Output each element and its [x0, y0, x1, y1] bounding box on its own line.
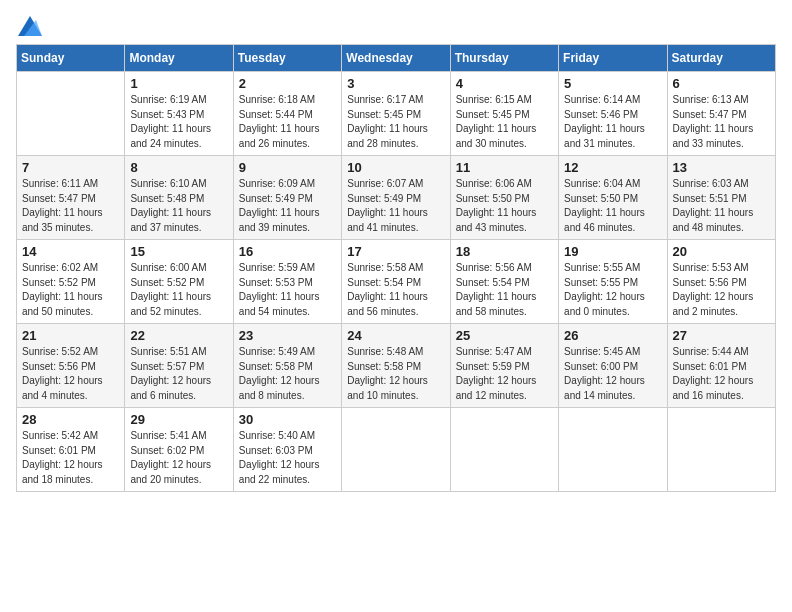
day-info: Sunrise: 5:52 AMSunset: 5:56 PMDaylight:…: [22, 345, 119, 403]
calendar-cell: 4Sunrise: 6:15 AMSunset: 5:45 PMDaylight…: [450, 72, 558, 156]
day-number: 22: [130, 328, 227, 343]
day-info: Sunrise: 6:09 AMSunset: 5:49 PMDaylight:…: [239, 177, 336, 235]
day-number: 1: [130, 76, 227, 91]
day-info: Sunrise: 6:07 AMSunset: 5:49 PMDaylight:…: [347, 177, 444, 235]
calendar-cell: 9Sunrise: 6:09 AMSunset: 5:49 PMDaylight…: [233, 156, 341, 240]
day-info: Sunrise: 5:53 AMSunset: 5:56 PMDaylight:…: [673, 261, 770, 319]
calendar-cell: 24Sunrise: 5:48 AMSunset: 5:58 PMDayligh…: [342, 324, 450, 408]
day-info: Sunrise: 6:10 AMSunset: 5:48 PMDaylight:…: [130, 177, 227, 235]
day-info: Sunrise: 6:00 AMSunset: 5:52 PMDaylight:…: [130, 261, 227, 319]
day-number: 30: [239, 412, 336, 427]
day-info: Sunrise: 5:47 AMSunset: 5:59 PMDaylight:…: [456, 345, 553, 403]
calendar-cell: 25Sunrise: 5:47 AMSunset: 5:59 PMDayligh…: [450, 324, 558, 408]
day-of-week-header: Tuesday: [233, 45, 341, 72]
calendar-cell: 18Sunrise: 5:56 AMSunset: 5:54 PMDayligh…: [450, 240, 558, 324]
day-number: 14: [22, 244, 119, 259]
day-number: 17: [347, 244, 444, 259]
calendar-table: SundayMondayTuesdayWednesdayThursdayFrid…: [16, 44, 776, 492]
calendar-cell: [342, 408, 450, 492]
day-info: Sunrise: 5:42 AMSunset: 6:01 PMDaylight:…: [22, 429, 119, 487]
day-info: Sunrise: 5:48 AMSunset: 5:58 PMDaylight:…: [347, 345, 444, 403]
day-info: Sunrise: 5:51 AMSunset: 5:57 PMDaylight:…: [130, 345, 227, 403]
day-info: Sunrise: 6:19 AMSunset: 5:43 PMDaylight:…: [130, 93, 227, 151]
calendar-cell: 16Sunrise: 5:59 AMSunset: 5:53 PMDayligh…: [233, 240, 341, 324]
page-header: [16, 16, 776, 36]
day-info: Sunrise: 5:56 AMSunset: 5:54 PMDaylight:…: [456, 261, 553, 319]
day-number: 2: [239, 76, 336, 91]
calendar-cell: 12Sunrise: 6:04 AMSunset: 5:50 PMDayligh…: [559, 156, 667, 240]
calendar-week-row: 14Sunrise: 6:02 AMSunset: 5:52 PMDayligh…: [17, 240, 776, 324]
day-info: Sunrise: 5:59 AMSunset: 5:53 PMDaylight:…: [239, 261, 336, 319]
day-info: Sunrise: 6:17 AMSunset: 5:45 PMDaylight:…: [347, 93, 444, 151]
day-of-week-header: Wednesday: [342, 45, 450, 72]
calendar-cell: 15Sunrise: 6:00 AMSunset: 5:52 PMDayligh…: [125, 240, 233, 324]
calendar-cell: [559, 408, 667, 492]
calendar-cell: [667, 408, 775, 492]
calendar-cell: 20Sunrise: 5:53 AMSunset: 5:56 PMDayligh…: [667, 240, 775, 324]
calendar-cell: 19Sunrise: 5:55 AMSunset: 5:55 PMDayligh…: [559, 240, 667, 324]
day-info: Sunrise: 5:49 AMSunset: 5:58 PMDaylight:…: [239, 345, 336, 403]
day-number: 28: [22, 412, 119, 427]
day-info: Sunrise: 6:06 AMSunset: 5:50 PMDaylight:…: [456, 177, 553, 235]
calendar-cell: 23Sunrise: 5:49 AMSunset: 5:58 PMDayligh…: [233, 324, 341, 408]
calendar-cell: 26Sunrise: 5:45 AMSunset: 6:00 PMDayligh…: [559, 324, 667, 408]
day-number: 15: [130, 244, 227, 259]
day-number: 21: [22, 328, 119, 343]
day-info: Sunrise: 6:02 AMSunset: 5:52 PMDaylight:…: [22, 261, 119, 319]
calendar-cell: 6Sunrise: 6:13 AMSunset: 5:47 PMDaylight…: [667, 72, 775, 156]
calendar-week-row: 1Sunrise: 6:19 AMSunset: 5:43 PMDaylight…: [17, 72, 776, 156]
logo-icon: [18, 16, 42, 36]
calendar-header-row: SundayMondayTuesdayWednesdayThursdayFrid…: [17, 45, 776, 72]
day-number: 5: [564, 76, 661, 91]
calendar-cell: 11Sunrise: 6:06 AMSunset: 5:50 PMDayligh…: [450, 156, 558, 240]
day-of-week-header: Friday: [559, 45, 667, 72]
day-number: 25: [456, 328, 553, 343]
calendar-cell: 5Sunrise: 6:14 AMSunset: 5:46 PMDaylight…: [559, 72, 667, 156]
calendar-cell: 30Sunrise: 5:40 AMSunset: 6:03 PMDayligh…: [233, 408, 341, 492]
day-number: 18: [456, 244, 553, 259]
day-number: 24: [347, 328, 444, 343]
calendar-cell: 2Sunrise: 6:18 AMSunset: 5:44 PMDaylight…: [233, 72, 341, 156]
day-number: 8: [130, 160, 227, 175]
calendar-cell: 22Sunrise: 5:51 AMSunset: 5:57 PMDayligh…: [125, 324, 233, 408]
day-of-week-header: Sunday: [17, 45, 125, 72]
day-info: Sunrise: 5:41 AMSunset: 6:02 PMDaylight:…: [130, 429, 227, 487]
day-number: 4: [456, 76, 553, 91]
calendar-cell: [17, 72, 125, 156]
day-number: 29: [130, 412, 227, 427]
calendar-cell: 14Sunrise: 6:02 AMSunset: 5:52 PMDayligh…: [17, 240, 125, 324]
calendar-cell: 8Sunrise: 6:10 AMSunset: 5:48 PMDaylight…: [125, 156, 233, 240]
day-info: Sunrise: 5:44 AMSunset: 6:01 PMDaylight:…: [673, 345, 770, 403]
calendar-cell: 10Sunrise: 6:07 AMSunset: 5:49 PMDayligh…: [342, 156, 450, 240]
day-number: 12: [564, 160, 661, 175]
day-info: Sunrise: 6:15 AMSunset: 5:45 PMDaylight:…: [456, 93, 553, 151]
calendar-cell: 27Sunrise: 5:44 AMSunset: 6:01 PMDayligh…: [667, 324, 775, 408]
day-of-week-header: Monday: [125, 45, 233, 72]
day-info: Sunrise: 5:55 AMSunset: 5:55 PMDaylight:…: [564, 261, 661, 319]
calendar-cell: [450, 408, 558, 492]
day-number: 26: [564, 328, 661, 343]
day-info: Sunrise: 6:14 AMSunset: 5:46 PMDaylight:…: [564, 93, 661, 151]
calendar-week-row: 7Sunrise: 6:11 AMSunset: 5:47 PMDaylight…: [17, 156, 776, 240]
calendar-cell: 13Sunrise: 6:03 AMSunset: 5:51 PMDayligh…: [667, 156, 775, 240]
logo: [16, 16, 42, 36]
day-info: Sunrise: 5:40 AMSunset: 6:03 PMDaylight:…: [239, 429, 336, 487]
calendar-cell: 3Sunrise: 6:17 AMSunset: 5:45 PMDaylight…: [342, 72, 450, 156]
calendar-week-row: 28Sunrise: 5:42 AMSunset: 6:01 PMDayligh…: [17, 408, 776, 492]
day-number: 20: [673, 244, 770, 259]
day-number: 27: [673, 328, 770, 343]
day-info: Sunrise: 6:03 AMSunset: 5:51 PMDaylight:…: [673, 177, 770, 235]
calendar-cell: 1Sunrise: 6:19 AMSunset: 5:43 PMDaylight…: [125, 72, 233, 156]
day-info: Sunrise: 6:13 AMSunset: 5:47 PMDaylight:…: [673, 93, 770, 151]
day-info: Sunrise: 6:18 AMSunset: 5:44 PMDaylight:…: [239, 93, 336, 151]
day-number: 13: [673, 160, 770, 175]
day-number: 9: [239, 160, 336, 175]
day-number: 7: [22, 160, 119, 175]
calendar-cell: 7Sunrise: 6:11 AMSunset: 5:47 PMDaylight…: [17, 156, 125, 240]
day-info: Sunrise: 5:45 AMSunset: 6:00 PMDaylight:…: [564, 345, 661, 403]
day-of-week-header: Thursday: [450, 45, 558, 72]
day-info: Sunrise: 5:58 AMSunset: 5:54 PMDaylight:…: [347, 261, 444, 319]
calendar-cell: 21Sunrise: 5:52 AMSunset: 5:56 PMDayligh…: [17, 324, 125, 408]
calendar-cell: 29Sunrise: 5:41 AMSunset: 6:02 PMDayligh…: [125, 408, 233, 492]
day-number: 3: [347, 76, 444, 91]
